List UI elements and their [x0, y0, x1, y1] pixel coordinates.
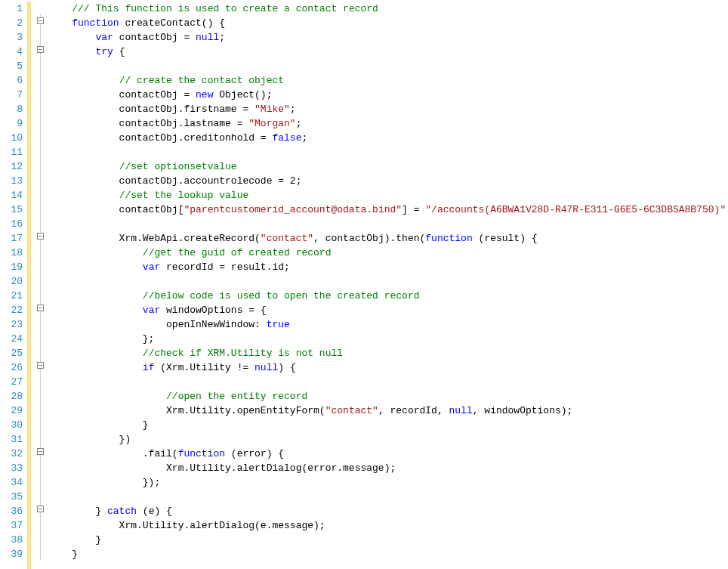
code-line[interactable] [48, 490, 728, 504]
code-line[interactable]: Xrm.Utility.alertDialog(e.message); [48, 518, 728, 533]
code-token: var [143, 261, 160, 273]
code-token [48, 190, 119, 201]
code-line[interactable]: Xrm.Utility.alertDialog(error.message); [48, 461, 728, 475]
fold-cell [36, 402, 47, 416]
code-token: ; [290, 104, 296, 115]
code-line[interactable]: //open the entity record [48, 389, 728, 404]
code-line[interactable]: //below code is used to open the created… [48, 289, 728, 303]
fold-cell [36, 72, 47, 86]
code-area[interactable]: /// This function is used to create a co… [47, 0, 728, 569]
line-number: 11 [3, 145, 23, 159]
fold-cell [36, 316, 47, 330]
code-line[interactable]: contactObj.lastname = "Morgan"; [48, 116, 728, 131]
code-line[interactable]: Xrm.WebApi.createRecord("contact", conta… [48, 231, 728, 246]
line-number: 35 [3, 490, 23, 504]
fold-cell [36, 129, 47, 144]
fold-cell [36, 531, 47, 546]
code-token: var [143, 305, 160, 316]
code-line[interactable] [48, 217, 728, 231]
line-number: 17 [3, 231, 23, 246]
code-token: (e) { [137, 506, 172, 517]
code-line[interactable]: if (Xrm.Utility != null) { [48, 360, 728, 375]
code-editor[interactable]: 1234567891011121314151617181920212223242… [0, 0, 728, 569]
code-token [48, 247, 143, 258]
code-line[interactable]: contactObj.accountrolecode = 2; [48, 174, 728, 188]
code-token [48, 362, 143, 373]
fold-cell [36, 215, 47, 230]
fold-toggle-icon[interactable] [37, 362, 44, 369]
code-line[interactable]: } [48, 547, 728, 561]
line-number: 5 [3, 59, 23, 73]
fold-toggle-icon[interactable] [37, 46, 44, 53]
code-token: ) { [278, 362, 295, 373]
fold-cell [36, 359, 47, 373]
code-token: new [196, 89, 213, 101]
code-token: "contact" [261, 233, 313, 244]
code-token: } [48, 534, 101, 546]
line-number: 10 [3, 131, 23, 145]
code-line[interactable]: // create the contact object [48, 73, 728, 88]
fold-toggle-icon[interactable] [37, 506, 44, 512]
code-token: contactObj = [48, 89, 196, 101]
code-token: "parentcustomerid_account@odata.bind" [184, 204, 402, 215]
code-line[interactable]: Xrm.Utility.openEntityForm("contact", re… [48, 404, 728, 418]
fold-cell [36, 57, 47, 72]
code-token: ] = [402, 204, 425, 215]
fold-toggle-icon[interactable] [37, 448, 44, 455]
code-line[interactable]: contactObj.creditonhold = false; [48, 131, 728, 145]
fold-cell [36, 488, 47, 503]
code-line[interactable]: //set optionsetvalue [48, 159, 728, 174]
code-line[interactable]: .fail(function (error) { [48, 447, 728, 461]
code-token: contactObj[ [48, 204, 184, 215]
code-token: catch [107, 506, 137, 517]
code-line[interactable]: function createContact() { [48, 16, 728, 30]
code-line[interactable] [48, 145, 728, 159]
code-token: , windowOptions); [473, 405, 573, 416]
code-token: null [449, 405, 473, 416]
fold-cell [36, 503, 47, 517]
code-token [48, 3, 72, 14]
code-line[interactable]: }) [48, 432, 728, 447]
line-number: 20 [3, 274, 23, 289]
code-token: }; [48, 333, 154, 345]
fold-toggle-icon[interactable] [37, 233, 44, 240]
code-line[interactable]: }; [48, 332, 728, 346]
fold-cell [36, 187, 47, 201]
code-token: //set optionsetvalue [119, 161, 237, 172]
line-number: 6 [3, 73, 23, 88]
code-line[interactable] [48, 59, 728, 73]
code-line[interactable]: //set the lookup value [48, 188, 728, 203]
code-line[interactable]: var contactObj = null; [48, 30, 728, 45]
code-line[interactable]: } [48, 418, 728, 432]
code-line[interactable]: } catch (e) { [48, 504, 728, 518]
code-line[interactable]: /// This function is used to create a co… [48, 2, 728, 16]
code-line[interactable]: //get the guid of created record [48, 246, 728, 260]
code-line[interactable] [48, 274, 728, 289]
fold-toggle-icon[interactable] [37, 305, 44, 311]
code-line[interactable]: var recordId = result.id; [48, 260, 728, 274]
code-token: function [72, 17, 119, 29]
code-line[interactable]: contactObj.firstname = "Mike"; [48, 102, 728, 116]
code-token: } [48, 549, 78, 560]
code-token: Xrm.Utility.openEntityForm( [48, 405, 325, 416]
fold-cell [36, 546, 47, 560]
line-number: 1 [3, 2, 23, 16]
code-token: ; [301, 132, 307, 144]
code-line[interactable]: }); [48, 475, 728, 490]
code-line[interactable]: //check if XRM.Utility is not null [48, 346, 728, 360]
code-token [48, 290, 143, 302]
code-line[interactable]: contactObj["parentcustomerid_account@oda… [48, 203, 728, 217]
code-token: , contactObj).then( [313, 233, 425, 244]
code-line[interactable] [48, 375, 728, 389]
code-line[interactable]: var windowOptions = { [48, 303, 728, 317]
code-token: ; [296, 118, 302, 129]
code-token [48, 17, 72, 29]
code-token [48, 161, 119, 172]
code-line[interactable]: try { [48, 45, 728, 59]
code-line[interactable]: } [48, 533, 728, 547]
code-token: Xrm.Utility.alertDialog(error.message); [48, 462, 396, 474]
code-token: (Xrm.Utility != [154, 362, 254, 373]
code-line[interactable]: contactObj = new Object(); [48, 88, 728, 102]
fold-toggle-icon[interactable] [37, 17, 44, 24]
code-line[interactable]: openInNewWindow: true [48, 317, 728, 332]
